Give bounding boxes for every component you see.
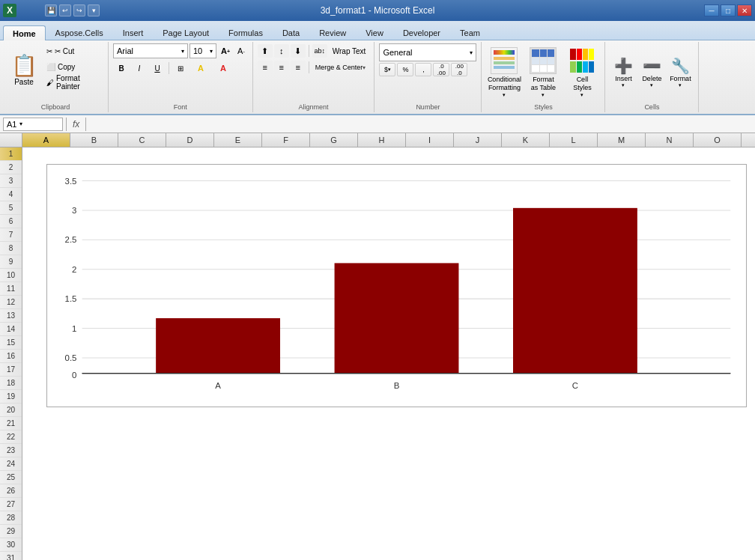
row-num-31[interactable]: 31 (0, 552, 22, 560)
bold-btn[interactable]: B (113, 61, 130, 76)
row-num-4[interactable]: 4 (0, 188, 22, 201)
tab-team[interactable]: Team (450, 25, 490, 40)
percent-btn[interactable]: % (397, 63, 413, 76)
quick-undo-btn[interactable]: ↩ (59, 4, 71, 16)
row-num-23[interactable]: 23 (0, 444, 22, 457)
underline-btn[interactable]: U (149, 61, 166, 76)
row-num-11[interactable]: 11 (0, 282, 22, 296)
row-num-19[interactable]: 19 (0, 390, 22, 404)
italic-btn[interactable]: I (131, 61, 148, 76)
number-format-select[interactable]: General ▾ (379, 43, 476, 61)
format-btn[interactable]: 🔧 Format ▾ (667, 55, 694, 91)
col-header-D[interactable]: D (166, 133, 214, 147)
row-num-24[interactable]: 24 (0, 457, 22, 471)
col-header-J[interactable]: J (454, 133, 502, 147)
name-box[interactable]: A1 ▾ (3, 118, 63, 131)
maximize-btn[interactable]: □ (721, 4, 736, 16)
row-num-3[interactable]: 3 (0, 174, 22, 188)
copy-btn[interactable]: ⬜ Copy (43, 59, 103, 74)
font-color-btn[interactable]: A (213, 60, 234, 76)
row-num-2[interactable]: 2 (0, 161, 22, 174)
format-as-table-btn[interactable]: Formatas Table ▾ (525, 45, 561, 100)
quick-save-btn[interactable]: 💾 (45, 4, 57, 16)
decrease-font-btn[interactable]: A- (234, 43, 248, 58)
tab-formulas[interactable]: Formulas (219, 25, 273, 40)
col-header-E[interactable]: E (214, 133, 262, 147)
row-num-21[interactable]: 21 (0, 417, 22, 430)
row-num-18[interactable]: 18 (0, 377, 22, 390)
col-header-M[interactable]: M (598, 133, 646, 147)
middle-align-btn[interactable]: ↕ (274, 44, 289, 58)
tab-home[interactable]: Home (3, 25, 46, 40)
col-header-N[interactable]: N (646, 133, 694, 147)
row-num-22[interactable]: 22 (0, 430, 22, 444)
col-header-O[interactable]: O (694, 133, 742, 147)
row-num-29[interactable]: 29 (0, 525, 22, 538)
tab-developer[interactable]: Developer (393, 25, 450, 40)
row-num-30[interactable]: 30 (0, 538, 22, 552)
row-num-13[interactable]: 13 (0, 309, 22, 323)
tab-view[interactable]: View (356, 25, 393, 40)
row-num-25[interactable]: 25 (0, 471, 22, 484)
borders-btn[interactable]: ⊞ (172, 61, 189, 76)
decrease-decimal-btn[interactable]: .00.0 (451, 63, 467, 76)
tab-review[interactable]: Review (309, 25, 356, 40)
tab-aspose-cells[interactable]: Aspose.Cells (46, 25, 113, 40)
row-num-6[interactable]: 6 (0, 215, 22, 228)
delete-btn[interactable]: ➖ Delete ▾ (638, 55, 665, 91)
align-left-btn[interactable]: ≡ (258, 61, 273, 74)
tab-page layout[interactable]: Page Layout (153, 25, 219, 40)
orientation-btn[interactable]: ab↕ (312, 44, 327, 58)
paste-btn[interactable]: 📋 Paste (7, 43, 40, 96)
insert-btn[interactable]: ➕ Insert ▾ (610, 55, 637, 91)
quick-redo-btn[interactable]: ↪ (73, 4, 85, 16)
fill-color-btn[interactable]: A (190, 60, 211, 76)
comma-btn[interactable]: , (415, 63, 431, 76)
row-num-14[interactable]: 14 (0, 323, 22, 336)
row-num-10[interactable]: 10 (0, 269, 22, 282)
col-header-B[interactable]: B (70, 133, 118, 147)
col-header-F[interactable]: F (262, 133, 310, 147)
row-num-7[interactable]: 7 (0, 228, 22, 242)
conditional-formatting-btn[interactable]: ConditionalFormatting ▾ (486, 45, 522, 100)
font-size-box[interactable]: 10 ▾ (189, 43, 216, 58)
row-num-20[interactable]: 20 (0, 404, 22, 417)
cell-styles-btn[interactable]: CellStyles ▾ (564, 45, 600, 100)
row-num-15[interactable]: 15 (0, 336, 22, 350)
col-header-L[interactable]: L (550, 133, 598, 147)
font-name-box[interactable]: Arial ▾ (113, 43, 188, 58)
close-btn[interactable]: ✕ (737, 4, 752, 16)
bottom-align-btn[interactable]: ⬇ (291, 44, 306, 58)
row-num-8[interactable]: 8 (0, 242, 22, 255)
col-header-K[interactable]: K (502, 133, 550, 147)
tab-data[interactable]: Data (273, 25, 309, 40)
row-num-28[interactable]: 28 (0, 511, 22, 525)
row-num-17[interactable]: 17 (0, 363, 22, 377)
col-header-H[interactable]: H (358, 133, 406, 147)
col-header-G[interactable]: G (310, 133, 358, 147)
chart-container[interactable]: 0 0.5 1 1.5 2 2.5 3 3.5 (46, 164, 747, 407)
corner-cell[interactable] (0, 133, 22, 147)
wrap-text-btn[interactable]: Wrap Text (329, 43, 370, 58)
row-num-16[interactable]: 16 (0, 350, 22, 363)
row-num-1[interactable]: 1 (0, 147, 22, 161)
top-align-btn[interactable]: ⬆ (258, 44, 273, 58)
align-right-btn[interactable]: ≡ (291, 61, 306, 74)
row-num-9[interactable]: 9 (0, 255, 22, 269)
increase-font-btn[interactable]: A+ (218, 43, 233, 58)
increase-decimal-btn[interactable]: .0.00 (433, 63, 449, 76)
merge-center-btn[interactable]: Merge & Center ▾ (312, 60, 369, 75)
currency-btn[interactable]: $▾ (379, 63, 395, 76)
col-header-A[interactable]: A (22, 133, 70, 147)
align-center-btn[interactable]: ≡ (274, 61, 289, 74)
row-num-12[interactable]: 12 (0, 296, 22, 309)
col-header-I[interactable]: I (406, 133, 454, 147)
row-num-26[interactable]: 26 (0, 484, 22, 498)
cut-btn[interactable]: ✂ ✂ Cut (43, 43, 103, 58)
minimize-btn[interactable]: ─ (704, 4, 719, 16)
format-painter-btn[interactable]: 🖌 Format Painter (43, 75, 103, 90)
formula-input[interactable] (89, 118, 752, 131)
row-num-27[interactable]: 27 (0, 498, 22, 511)
col-header-C[interactable]: C (118, 133, 166, 147)
quick-dropdown-btn[interactable]: ▾ (88, 4, 100, 16)
